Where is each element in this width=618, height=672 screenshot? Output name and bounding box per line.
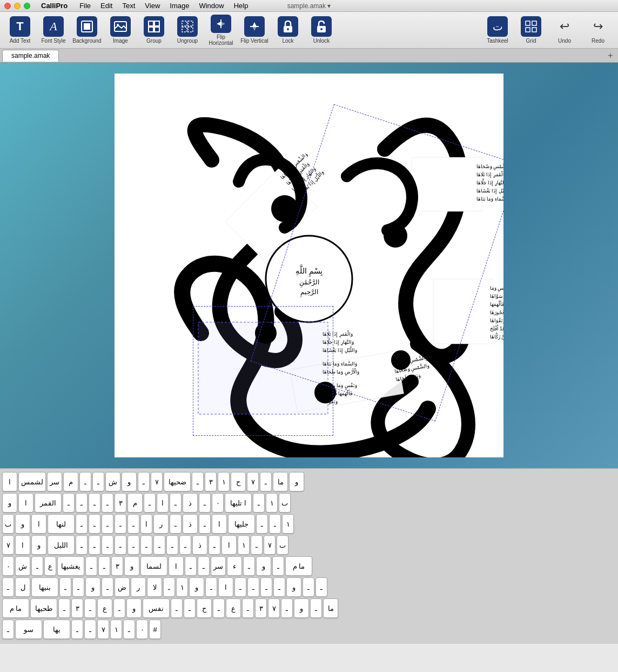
key-3c[interactable]: ـ [115,514,126,534]
key-dash15[interactable]: ـ [76,514,88,534]
key-7e[interactable]: ٧ [97,620,109,639]
key-seen[interactable]: ـ [79,472,91,491]
key-alif2[interactable]: ا [18,493,33,513]
key-ba2[interactable]: ٮ [279,493,291,513]
key-dash35[interactable]: ـ [247,577,259,597]
key-zal[interactable]: ذ [183,493,198,513]
key-dash45[interactable]: ـ [213,598,225,618]
key-dash13[interactable]: ـ [127,514,139,534]
key-waw7[interactable]: و [124,556,139,576]
key-ha[interactable]: ح [231,472,246,491]
key-dot[interactable]: ۰ [136,620,148,639]
key-nafs[interactable]: نفس [143,598,170,618]
add-tab-button[interactable]: + [605,50,616,61]
key-ain3[interactable]: ع [226,598,241,618]
key-dash4[interactable]: ـ [92,472,104,491]
menu-window[interactable]: Window [194,1,228,11]
key-ba4[interactable]: ٮ [277,535,288,555]
key-bb3[interactable]: ـ [123,620,135,639]
key-dash36[interactable]: ـ [234,577,246,597]
key-bb[interactable]: ـ [269,514,281,534]
key-alif3[interactable]: ا [212,514,227,534]
menu-view[interactable]: View [140,1,164,11]
key-dash14[interactable]: ـ [89,514,100,534]
key-dash32[interactable]: ـ [303,577,314,597]
key-dash6[interactable]: ـ [199,493,211,513]
key-dash42[interactable]: ـ [310,598,322,618]
key-dash52[interactable]: ـ [71,620,83,639]
key-dash48[interactable]: ـ [113,598,125,618]
key-dash47[interactable]: ـ [171,598,183,618]
key-waw10[interactable]: و [85,577,100,597]
menu-file[interactable]: File [75,1,95,11]
key-waw12[interactable]: و [126,598,142,618]
key-dash3[interactable]: ـ [138,472,150,491]
key-1g[interactable]: ـ [85,556,97,576]
menu-image[interactable]: Image [165,1,193,11]
close-button[interactable] [4,3,11,9]
key-dash28[interactable]: ـ [198,556,210,576]
key-ain1[interactable]: ء [227,556,242,576]
key-dash12[interactable]: ـ [170,514,182,534]
key-1a[interactable]: ١ [218,472,230,491]
minimize-button[interactable] [14,3,21,9]
add-text-button[interactable]: T Add Text [4,15,36,46]
key-yaghshiha[interactable]: يغشيها [57,556,84,576]
key-0b[interactable]: ٠ [2,556,14,576]
key-mama[interactable]: ما م [285,556,312,576]
key-dash24[interactable]: ـ [102,535,113,555]
key-waw9[interactable]: و [189,577,204,597]
key-dash10[interactable]: ـ [63,493,75,513]
key-ba3[interactable]: ٮ [2,514,14,534]
key-dash18[interactable]: ـ [179,535,191,555]
key-4c[interactable]: ٧ [2,535,14,555]
key-lam2[interactable]: ل [15,577,30,597]
key-dash23[interactable]: ـ [115,535,126,555]
key-1h[interactable]: ١ [176,577,188,597]
key-7d[interactable]: ٧ [268,598,280,618]
menu-text[interactable]: Text [118,1,139,11]
key-dash27[interactable]: ـ [243,556,255,576]
key-alif1[interactable]: ا [2,472,17,491]
background-button[interactable]: Background [71,15,103,46]
key-waw5[interactable]: و [256,556,271,576]
tab-sample[interactable]: sample.amak [2,50,59,62]
key-1f[interactable]: ١ [238,535,250,555]
key-dash11[interactable]: ـ [199,514,211,534]
key-dad[interactable]: ض [115,577,130,597]
key-dash39[interactable]: ـ [72,577,84,597]
key-3e[interactable]: ٣ [111,556,123,576]
grid-button[interactable]: Grid [515,15,547,46]
key-alif7[interactable]: ا [218,577,233,597]
image-button[interactable]: Image [105,15,136,46]
key-3g[interactable]: ٣ [71,598,83,618]
key-dash9[interactable]: ـ [76,493,88,513]
unlock-button[interactable]: Unlock [306,15,337,46]
key-ain4[interactable]: ع [97,598,112,618]
key-shin[interactable]: ش [105,472,120,491]
key-waw6[interactable]: ا [169,556,184,576]
key-alif6[interactable]: ا [15,535,30,555]
key-sirr2[interactable]: سر [211,556,226,576]
key-dash26[interactable]: ـ [272,556,284,576]
key-8a[interactable]: ـ [102,514,113,534]
key-dash37[interactable]: ـ [205,577,217,597]
key-dash30[interactable]: ـ [31,556,43,576]
key-dash19[interactable]: ـ [166,535,178,555]
key-3d[interactable]: ـ [185,556,197,576]
key-jaliha[interactable]: جليها [228,514,255,534]
tashkeel-button[interactable]: ت Tashkeel [482,15,513,46]
key-sirr[interactable]: سر [47,472,62,491]
key-alqamar[interactable]: القمر [35,493,62,513]
key-alif5[interactable]: ا [221,535,237,555]
key-ain2[interactable]: ع [44,556,56,576]
menu-help[interactable]: Help [230,1,253,11]
font-style-button[interactable]: A Font Style [38,15,69,46]
key-3b[interactable]: ٣ [115,493,126,513]
key-ra[interactable]: ر [153,514,169,534]
key-dash41[interactable]: ـ [2,577,14,597]
key-dash8[interactable]: ـ [144,493,156,513]
key-hash[interactable]: # [149,620,161,639]
key-ha2[interactable]: ـ [102,577,113,597]
key-4b[interactable]: ـ [76,535,88,555]
